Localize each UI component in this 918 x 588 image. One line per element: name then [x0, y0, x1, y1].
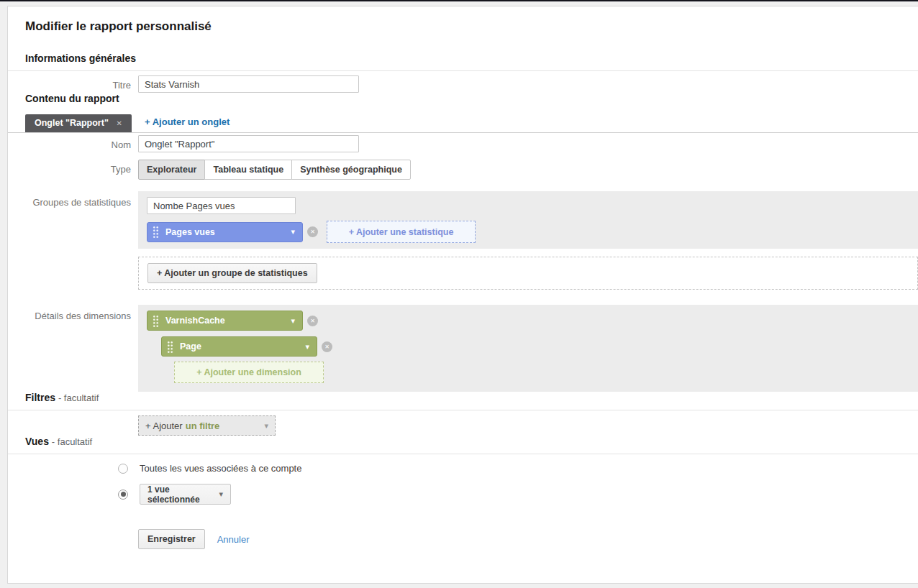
add-filter-object: un filtre — [186, 421, 220, 431]
remove-metric-icon[interactable]: ✕ — [307, 226, 318, 237]
filters-heading-text: Filtres — [25, 392, 55, 403]
title-field-label: Titre — [25, 75, 131, 91]
add-metric-group-button[interactable]: + Ajouter un groupe de statistiques — [147, 263, 317, 283]
title-field-row: Titre — [25, 75, 918, 93]
selected-views-dropdown[interactable]: 1 vue sélectionnée ▾ — [140, 484, 231, 505]
section-heading-general: Informations générales — [8, 52, 918, 71]
footer-actions: Enregistrer Annuler — [138, 529, 918, 549]
dimensions-row: Détails des dimensions VarnishCache ▾ ✕ … — [25, 305, 918, 392]
metric-groups-row: Groupes de statistiques Pages vues ▾ ✕ +… — [25, 191, 918, 290]
chevron-down-icon: ▾ — [264, 421, 268, 431]
tab-rapport[interactable]: Onglet "Rapport" ✕ — [25, 114, 132, 132]
type-field-label: Type — [25, 152, 131, 175]
report-type-segmented-control: Explorateur Tableau statique Synthèse gé… — [138, 160, 411, 180]
section-heading-content: Contenu du rapport — [8, 93, 918, 104]
add-metric-group-panel: + Ajouter un groupe de statistiques — [138, 257, 918, 290]
name-field-label: Nom — [25, 135, 131, 150]
section-heading-filters: Filtres - facultatif — [8, 392, 918, 410]
chevron-down-icon: ▾ — [219, 490, 223, 499]
name-field-row: Nom — [25, 135, 918, 152]
dimension-chip-varnishcache[interactable]: VarnishCache ▾ — [147, 311, 303, 331]
views-option-all-row: Toutes les vues associées à ce compte — [118, 463, 918, 474]
drag-handle-icon[interactable] — [153, 226, 159, 238]
radio-selected-views[interactable] — [118, 490, 128, 500]
cancel-link[interactable]: Annuler — [217, 534, 250, 545]
report-tabbar: Onglet "Rapport" ✕ + Ajouter un onglet — [8, 114, 918, 133]
dimensions-panel: VarnishCache ▾ ✕ Page ▾ ✕ + Ajouter une … — [138, 305, 918, 392]
edit-custom-report-card: Modifier le rapport personnalisé Informa… — [7, 6, 918, 584]
selected-views-label: 1 vue sélectionnée — [147, 484, 219, 505]
metric-group-name-input[interactable] — [147, 197, 296, 214]
metric-chip-label: Pages vues — [165, 227, 215, 237]
type-option-explorateur[interactable]: Explorateur — [138, 160, 205, 180]
filters-content: + Ajouter un filtre ▾ — [138, 410, 918, 436]
tab-rapport-label: Onglet "Rapport" — [35, 118, 109, 128]
radio-all-views-label: Toutes les vues associées à ce compte — [140, 463, 301, 474]
add-filter-dropdown[interactable]: + Ajouter un filtre ▾ — [138, 415, 276, 436]
chevron-down-icon[interactable]: ▾ — [291, 227, 295, 236]
dimension-row-1: VarnishCache ▾ ✕ — [147, 311, 909, 331]
tab-name-input[interactable] — [138, 135, 359, 152]
report-title-input[interactable] — [138, 75, 359, 93]
views-optional-text: - facultatif — [52, 436, 92, 447]
dimension-chip-label: Page — [180, 341, 201, 352]
type-field-row: Type Explorateur Tableau statique Synthè… — [25, 152, 918, 180]
chevron-down-icon[interactable]: ▾ — [305, 342, 309, 352]
type-option-tableau-statique[interactable]: Tableau statique — [204, 160, 292, 180]
radio-all-views[interactable] — [118, 464, 128, 474]
section-heading-views: Vues - facultatif — [8, 436, 918, 454]
dimension-row-2: Page ▾ ✕ — [161, 336, 909, 357]
add-metric-button[interactable]: + Ajouter une statistique — [327, 221, 476, 243]
tab-close-icon[interactable]: ✕ — [117, 119, 122, 127]
dimension-chip-page[interactable]: Page ▾ — [161, 336, 317, 357]
chevron-down-icon[interactable]: ▾ — [291, 316, 295, 326]
type-option-synthese-geographique[interactable]: Synthèse géographique — [291, 160, 411, 180]
filters-optional-text: - facultatif — [58, 392, 99, 403]
views-heading-text: Vues — [25, 436, 49, 447]
save-button[interactable]: Enregistrer — [138, 529, 205, 549]
top-border — [0, 0, 918, 1]
remove-dimension-icon[interactable]: ✕ — [307, 316, 318, 326]
page-title: Modifier le rapport personnalisé — [25, 19, 918, 34]
add-tab-link[interactable]: + Ajouter un onglet — [145, 116, 230, 127]
metric-groups-label: Groupes de statistiques — [25, 191, 131, 208]
dimensions-label: Détails des dimensions — [25, 305, 131, 321]
drag-handle-icon[interactable] — [167, 341, 173, 353]
add-dimension-button[interactable]: + Ajouter une dimension — [174, 362, 324, 383]
dimension-chip-label: VarnishCache — [165, 316, 225, 326]
metric-chip-pages-vues[interactable]: Pages vues ▾ — [147, 222, 303, 242]
drag-handle-icon[interactable] — [153, 315, 159, 327]
metric-group-panel: Pages vues ▾ ✕ + Ajouter une statistique — [138, 191, 918, 249]
views-option-selected-row: 1 vue sélectionnée ▾ — [118, 484, 918, 505]
metric-row: Pages vues ▾ ✕ + Ajouter une statistique — [147, 221, 909, 243]
add-filter-prefix: + Ajouter — [145, 421, 183, 431]
remove-dimension-icon[interactable]: ✕ — [322, 341, 332, 352]
